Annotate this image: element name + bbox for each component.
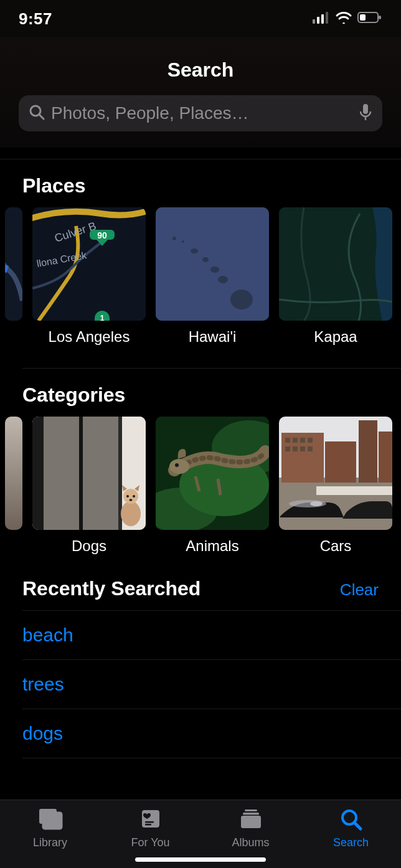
svg-rect-46 [325,441,356,483]
category-tile-cars[interactable]: Cars [279,417,392,555]
svg-rect-66 [145,824,151,826]
svg-rect-1 [317,17,319,24]
search-icon [29,104,45,123]
category-tile-dogs[interactable]: Dogs [32,417,146,555]
svg-text:90: 90 [97,230,107,240]
svg-point-33 [123,489,138,504]
dictation-icon[interactable] [359,103,372,124]
svg-rect-53 [285,446,290,451]
place-label: Hawai'i [156,321,269,346]
svg-point-32 [121,501,141,526]
svg-rect-11 [5,207,22,321]
svg-rect-27 [32,417,44,530]
svg-point-41 [169,459,189,474]
content: Places Culver B llona Creek [0,148,401,800]
svg-point-42 [175,463,179,467]
svg-point-35 [133,495,135,498]
svg-point-36 [130,499,133,501]
svg-rect-17 [156,207,269,321]
svg-point-24 [230,290,253,309]
svg-rect-48 [379,432,392,483]
clear-button[interactable]: Clear [340,580,379,600]
header: Search [0,37,401,148]
svg-point-20 [191,248,198,253]
svg-rect-49 [285,438,290,443]
svg-line-8 [39,115,44,119]
svg-point-21 [202,257,209,262]
svg-rect-54 [293,446,298,451]
svg-rect-5 [379,16,381,19]
status-time: 9:57 [19,9,52,29]
svg-rect-9 [363,104,368,114]
svg-rect-56 [308,446,313,451]
svg-point-19 [182,240,184,243]
svg-rect-6 [360,14,366,21]
svg-text:1: 1 [100,314,105,321]
svg-rect-62 [43,813,62,829]
home-indicator[interactable] [135,857,266,862]
svg-rect-47 [359,420,377,483]
recent-list: beach trees dogs [0,610,401,758]
svg-rect-50 [293,438,298,443]
tab-search[interactable]: Search [301,806,401,849]
category-label: Animals [156,530,269,555]
place-tile-los-angeles[interactable]: Culver B llona Creek 90 1 Los Angeles [32,207,146,346]
categories-row[interactable]: Dogs [0,417,401,555]
tab-label: Library [33,836,67,849]
svg-rect-2 [321,14,324,24]
svg-rect-67 [245,809,257,811]
svg-rect-65 [145,821,154,823]
tab-library[interactable]: Library [0,806,100,849]
recent-heading: Recently Searched [22,577,200,600]
albums-icon [237,806,265,834]
place-tile-kapaa[interactable]: Kapaa [279,207,392,346]
tab-label: Search [333,836,369,849]
status-icons [313,11,382,26]
page-title: Search [0,50,401,95]
search-icon [337,806,365,834]
place-tile-peek[interactable] [5,207,22,346]
category-label: Cars [279,530,392,555]
tab-albums[interactable]: Albums [200,806,301,849]
cellular-icon [313,11,330,26]
svg-point-23 [218,276,228,283]
library-icon [37,806,64,834]
svg-line-71 [354,823,361,829]
status-bar: 9:57 [0,0,401,37]
recent-item[interactable]: trees [22,660,401,709]
svg-rect-55 [300,446,305,451]
tab-for-you[interactable]: For You [100,806,200,849]
wifi-icon [335,11,352,26]
category-label: Dogs [32,530,146,555]
categories-heading: Categories [0,369,401,417]
search-input[interactable] [51,103,352,123]
category-tile-peek[interactable] [5,417,22,555]
svg-rect-51 [300,438,305,443]
place-tile-hawaii[interactable]: Hawai'i [156,207,269,346]
recent-item[interactable]: beach [22,610,401,660]
for-you-icon [137,806,164,834]
tab-label: For You [131,836,169,849]
svg-point-59 [289,500,326,507]
category-tile-animals[interactable]: Animals [156,417,269,555]
battery-icon [357,11,382,26]
svg-rect-57 [316,486,392,495]
svg-rect-52 [308,438,313,443]
svg-rect-3 [326,12,328,24]
svg-point-34 [126,495,129,498]
place-label: Los Angeles [32,321,146,346]
svg-rect-69 [241,816,261,828]
search-field[interactable] [19,95,382,131]
svg-rect-0 [313,19,315,24]
places-heading: Places [0,159,401,207]
svg-point-22 [210,267,219,273]
tab-label: Albums [232,836,269,849]
places-row[interactable]: Culver B llona Creek 90 1 Los Angeles [0,207,401,346]
svg-point-18 [172,237,176,240]
svg-rect-68 [243,813,259,815]
place-label: Kapaa [279,321,392,346]
recent-item[interactable]: dogs [22,709,401,758]
